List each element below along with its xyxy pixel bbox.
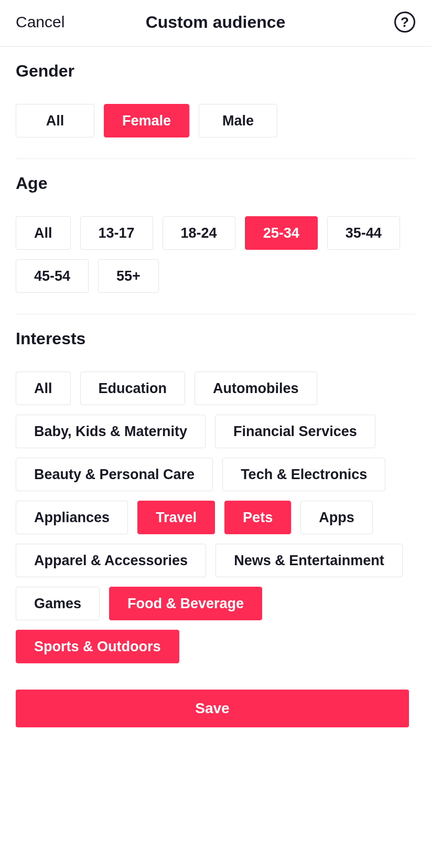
chip-interests-apps[interactable]: Apps: [300, 501, 373, 534]
content: Gender AllFemaleMale Age All13-1718-2425…: [0, 47, 431, 801]
section-title-age: Age: [16, 174, 415, 193]
section-interests: Interests AllEducationAutomobilesBaby, K…: [16, 314, 415, 684]
section-title-interests: Interests: [16, 329, 415, 348]
header: Cancel Custom audience ?: [0, 0, 431, 47]
chip-interests-appliances[interactable]: Appliances: [16, 501, 128, 534]
chip-age-25-34[interactable]: 25-34: [245, 216, 318, 250]
chip-age-all[interactable]: All: [16, 216, 71, 250]
chip-age-13-17[interactable]: 13-17: [80, 216, 153, 250]
chip-interests-sports-outdoors[interactable]: Sports & Outdoors: [16, 630, 179, 663]
chip-gender-male[interactable]: Male: [199, 104, 277, 137]
cancel-button[interactable]: Cancel: [16, 13, 79, 31]
chip-interests-food-beverage[interactable]: Food & Beverage: [109, 587, 262, 620]
chip-interests-baby-kids-maternity[interactable]: Baby, Kids & Maternity: [16, 415, 206, 448]
page-title: Custom audience: [79, 13, 352, 32]
interests-options: AllEducationAutomobilesBaby, Kids & Mate…: [16, 372, 415, 663]
section-title-gender: Gender: [16, 61, 415, 81]
age-options: All13-1718-2425-3435-4445-5455+: [16, 216, 415, 293]
save-button[interactable]: Save: [16, 690, 409, 727]
chip-interests-education[interactable]: Education: [80, 372, 186, 405]
header-help-wrap: ?: [352, 12, 415, 33]
chip-interests-pets[interactable]: Pets: [224, 501, 291, 534]
chip-interests-news-entertainment[interactable]: News & Entertainment: [216, 544, 403, 577]
chip-age-55[interactable]: 55+: [98, 259, 159, 293]
chip-age-45-54[interactable]: 45-54: [16, 259, 89, 293]
chip-interests-games[interactable]: Games: [16, 587, 100, 620]
chip-interests-beauty-personal-care[interactable]: Beauty & Personal Care: [16, 458, 213, 491]
chip-interests-financial-services[interactable]: Financial Services: [215, 415, 375, 448]
chip-interests-all[interactable]: All: [16, 372, 71, 405]
chip-age-35-44[interactable]: 35-44: [327, 216, 400, 250]
section-age: Age All13-1718-2425-3435-4445-5455+: [16, 159, 415, 314]
chip-interests-apparel-accessories[interactable]: Apparel & Accessories: [16, 544, 206, 577]
chip-gender-female[interactable]: Female: [104, 104, 189, 137]
section-gender: Gender AllFemaleMale: [16, 47, 415, 159]
chip-interests-travel[interactable]: Travel: [137, 501, 215, 534]
chip-interests-automobiles[interactable]: Automobiles: [195, 372, 317, 405]
help-icon[interactable]: ?: [394, 12, 415, 33]
chip-age-18-24[interactable]: 18-24: [163, 216, 235, 250]
chip-interests-tech-electronics[interactable]: Tech & Electronics: [222, 458, 385, 491]
chip-gender-all[interactable]: All: [16, 104, 94, 137]
gender-options: AllFemaleMale: [16, 104, 415, 137]
